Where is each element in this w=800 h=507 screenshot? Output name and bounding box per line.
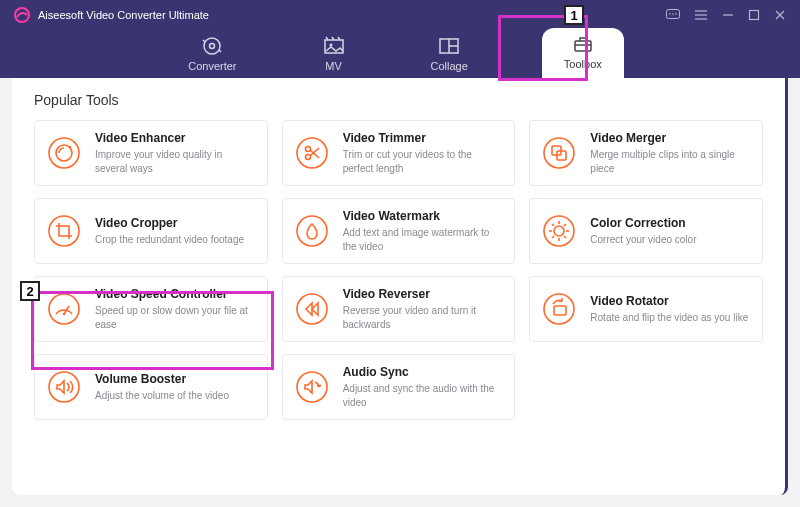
collage-icon	[438, 36, 460, 56]
svg-point-23	[69, 146, 71, 148]
svg-line-43	[552, 236, 554, 238]
svg-rect-9	[750, 11, 759, 20]
svg-point-29	[544, 138, 574, 168]
svg-point-48	[544, 294, 574, 324]
merger-icon	[542, 136, 576, 170]
tool-desc: Speed up or slow down your file at ease	[95, 304, 255, 331]
tool-desc: Adjust and sync the audio with the video	[343, 382, 503, 409]
svg-point-3	[672, 13, 674, 15]
tool-title: Volume Booster	[95, 372, 255, 386]
highlight-badge-2: 2	[20, 281, 40, 301]
svg-point-21	[49, 138, 79, 168]
tool-video-watermark[interactable]: Video WatermarkAdd text and image waterm…	[282, 198, 516, 264]
tool-title: Video Trimmer	[343, 131, 503, 145]
tool-desc: Crop the redundant video footage	[95, 233, 255, 247]
watermark-icon	[295, 214, 329, 248]
tool-video-speed-controller[interactable]: Video Speed ControllerSpeed up or slow d…	[34, 276, 268, 342]
tool-video-rotator[interactable]: Video RotatorRotate and flip the video a…	[529, 276, 763, 342]
svg-line-40	[552, 224, 554, 226]
maximize-icon[interactable]	[748, 9, 760, 21]
tool-video-cropper[interactable]: Video CropperCrop the redundant video fo…	[34, 198, 268, 264]
tool-title: Video Enhancer	[95, 131, 255, 145]
enhancer-icon	[47, 136, 81, 170]
svg-point-4	[675, 13, 677, 15]
content-panel: Popular Tools Video EnhancerImprove your…	[12, 78, 788, 495]
tool-title: Video Merger	[590, 131, 750, 145]
feedback-icon[interactable]	[666, 9, 680, 21]
nav-label: MV	[325, 60, 342, 72]
toolbox-icon	[572, 34, 594, 54]
app-header: Aiseesoft Video Converter Ultimate Conve…	[0, 0, 800, 78]
svg-line-42	[564, 224, 566, 226]
svg-point-44	[49, 294, 79, 324]
svg-point-35	[554, 226, 564, 236]
svg-point-34	[544, 216, 574, 246]
audio-sync-icon	[295, 370, 329, 404]
mv-icon	[323, 36, 345, 56]
trimmer-icon	[295, 136, 329, 170]
svg-rect-19	[575, 41, 591, 51]
svg-rect-14	[325, 40, 343, 53]
nav-mv[interactable]: MV	[311, 32, 357, 78]
menu-icon[interactable]	[694, 9, 708, 21]
section-title: Popular Tools	[34, 92, 763, 108]
nav-label: Converter	[188, 60, 236, 72]
tools-grid: Video EnhancerImprove your video quality…	[34, 120, 763, 420]
tool-title: Video Rotator	[590, 294, 750, 308]
tool-audio-sync[interactable]: Audio SyncAdjust and sync the audio with…	[282, 354, 516, 420]
svg-line-41	[564, 236, 566, 238]
tool-desc: Merge multiple clips into a single piece	[590, 148, 750, 175]
tool-desc: Adjust the volume of the video	[95, 389, 255, 403]
tool-title: Video Reverser	[343, 287, 503, 301]
tool-video-trimmer[interactable]: Video TrimmerTrim or cut your videos to …	[282, 120, 516, 186]
tool-desc: Trim or cut your videos to the perfect l…	[343, 148, 503, 175]
nav-label: Collage	[431, 60, 468, 72]
color-icon	[542, 214, 576, 248]
svg-point-33	[297, 216, 327, 246]
tool-desc: Rotate and flip the video as you like	[590, 311, 750, 325]
rotator-icon	[542, 292, 576, 326]
nav-converter[interactable]: Converter	[176, 32, 248, 78]
main-nav: Converter MV Collage Toolbox	[0, 24, 800, 78]
svg-point-2	[669, 13, 671, 15]
volume-icon	[47, 370, 81, 404]
app-logo-icon	[14, 7, 30, 23]
tool-title: Color Correction	[590, 216, 750, 230]
tool-title: Video Cropper	[95, 216, 255, 230]
nav-label: Toolbox	[564, 58, 602, 70]
tool-volume-booster[interactable]: Volume BoosterAdjust the volume of the v…	[34, 354, 268, 420]
tool-desc: Correct your video color	[590, 233, 750, 247]
tool-desc: Add text and image watermark to the vide…	[343, 226, 503, 253]
nav-collage[interactable]: Collage	[419, 32, 480, 78]
tool-title: Video Speed Controller	[95, 287, 255, 301]
cropper-icon	[47, 214, 81, 248]
minimize-icon[interactable]	[722, 9, 734, 21]
speed-icon	[47, 292, 81, 326]
svg-point-32	[49, 216, 79, 246]
tool-video-enhancer[interactable]: Video EnhancerImprove your video quality…	[34, 120, 268, 186]
svg-point-13	[210, 44, 215, 49]
tool-desc: Improve your video quality in several wa…	[95, 148, 255, 175]
nav-toolbox[interactable]: Toolbox	[542, 28, 624, 78]
highlight-badge-1: 1	[564, 5, 584, 25]
tool-desc: Reverse your video and turn it backwards	[343, 304, 503, 331]
tool-video-merger[interactable]: Video MergerMerge multiple clips into a …	[529, 120, 763, 186]
tool-color-correction[interactable]: Color CorrectionCorrect your video color	[529, 198, 763, 264]
window-controls	[666, 9, 786, 21]
close-icon[interactable]	[774, 9, 786, 21]
svg-point-24	[297, 138, 327, 168]
svg-rect-49	[554, 306, 566, 315]
converter-icon	[201, 36, 223, 56]
svg-point-46	[63, 313, 66, 316]
reverser-icon	[295, 292, 329, 326]
titlebar: Aiseesoft Video Converter Ultimate	[0, 0, 800, 24]
tool-video-reverser[interactable]: Video ReverserReverse your video and tur…	[282, 276, 516, 342]
app-title: Aiseesoft Video Converter Ultimate	[38, 9, 209, 21]
tool-title: Video Watermark	[343, 209, 503, 223]
brand: Aiseesoft Video Converter Ultimate	[14, 7, 209, 23]
tool-title: Audio Sync	[343, 365, 503, 379]
svg-point-12	[204, 38, 220, 54]
